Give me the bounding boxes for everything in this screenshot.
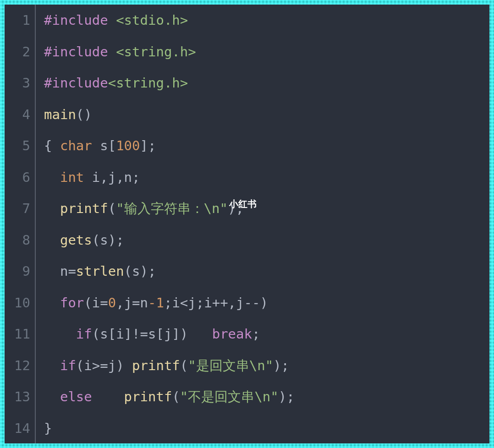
code-line[interactable]: { char s[100]; (44, 130, 489, 162)
line-number: 5 (22, 130, 30, 162)
token-fn: strlen (76, 263, 124, 279)
code-line[interactable]: for(i=0,j=n-1;i<j;i++,j--) (44, 287, 489, 319)
token-pl (44, 295, 60, 311)
token-num: 100 (116, 138, 140, 153)
token-kw: break (212, 326, 252, 342)
token-pl (44, 232, 60, 248)
code-editor: 1234567891011121314 #include <stdio.h>#i… (5, 5, 489, 443)
token-inc: <stdio.h> (116, 12, 188, 28)
token-pl: ;i<j;i++,j--) (164, 295, 268, 311)
token-pl: ]; (140, 138, 156, 153)
code-line[interactable]: #include <stdio.h> (44, 5, 489, 36)
token-fn: printf (60, 201, 108, 216)
code-line[interactable]: n=strlen(s); (44, 256, 489, 287)
line-number: 1 (22, 5, 30, 36)
code-line[interactable]: #include<string.h> (44, 67, 489, 99)
token-pl: { (44, 138, 60, 153)
code-line[interactable]: if(s[i]!=s[j]) break; (44, 318, 489, 350)
token-str: "是回文串\n" (188, 358, 273, 373)
code-line[interactable]: #include <string.h> (44, 36, 489, 68)
code-line[interactable]: else printf("不是回文串\n"); (44, 381, 489, 413)
token-num: -1 (148, 295, 164, 311)
token-inc: <string.h> (108, 75, 188, 91)
token-pl (44, 169, 60, 185)
token-fn: printf (124, 389, 172, 404)
code-line[interactable]: printf("输入字符串：\n"); (44, 193, 489, 224)
token-pl: (s); (92, 232, 124, 248)
token-pp: #include (44, 75, 108, 91)
token-pl: () (76, 107, 92, 122)
token-kw: for (60, 295, 84, 311)
code-line[interactable]: if(i>=j) printf("是回文串\n"); (44, 350, 489, 382)
token-pl (92, 389, 124, 404)
token-str: "输入字符串：\n" (116, 201, 228, 216)
token-pl (44, 201, 60, 216)
token-pl: ( (180, 358, 188, 373)
token-pl: (s); (124, 263, 156, 279)
token-ty: int (60, 169, 84, 185)
token-kw: if (60, 358, 76, 373)
line-number: 4 (22, 99, 30, 131)
token-inc: <string.h> (116, 44, 196, 60)
token-pl: (i>=j) (76, 358, 132, 373)
code-line[interactable]: main() (44, 99, 489, 131)
token-pl: ( (172, 389, 180, 404)
token-kw: if (76, 326, 92, 342)
watermark: 小红书 (229, 198, 257, 210)
token-pl: ( (108, 201, 116, 216)
token-str: "不是回文串\n" (180, 389, 279, 404)
line-number: 9 (22, 256, 30, 287)
line-number: 3 (22, 67, 30, 99)
token-pl (44, 358, 60, 373)
token-pl: i,j,n; (84, 169, 140, 185)
line-number: 6 (22, 162, 30, 193)
code-area[interactable]: #include <stdio.h>#include <string.h>#in… (42, 5, 489, 443)
token-pp: #include (44, 12, 116, 28)
line-number: 10 (14, 287, 30, 319)
line-number: 12 (14, 350, 30, 382)
line-number: 13 (14, 381, 30, 413)
token-fn: main (44, 107, 76, 122)
token-pl: s[ (92, 138, 116, 153)
token-fn: printf (132, 358, 180, 373)
token-pl: (i= (84, 295, 108, 311)
token-pl (44, 389, 60, 404)
token-pl: } (44, 421, 52, 436)
line-number: 2 (22, 36, 30, 68)
line-number: 11 (14, 318, 30, 350)
line-number-gutter: 1234567891011121314 (5, 5, 36, 443)
token-pl: ,j=n (116, 295, 148, 311)
token-pl: n= (44, 263, 76, 279)
token-pp: #include (44, 44, 116, 60)
token-pl (44, 326, 76, 342)
token-pl: ); (273, 358, 289, 373)
token-kw: else (60, 389, 92, 404)
code-line[interactable]: gets(s); (44, 224, 489, 256)
code-line[interactable]: int i,j,n; (44, 162, 489, 193)
token-pl: ); (279, 389, 295, 404)
code-line[interactable]: } (44, 413, 489, 444)
line-number: 14 (14, 413, 30, 444)
token-pl: ; (252, 326, 260, 342)
token-num: 0 (108, 295, 116, 311)
token-ty: char (60, 138, 92, 153)
line-number: 8 (22, 224, 30, 256)
token-fn: gets (60, 232, 92, 248)
token-pl: (s[i]!=s[j]) (92, 326, 212, 342)
line-number: 7 (22, 193, 30, 224)
